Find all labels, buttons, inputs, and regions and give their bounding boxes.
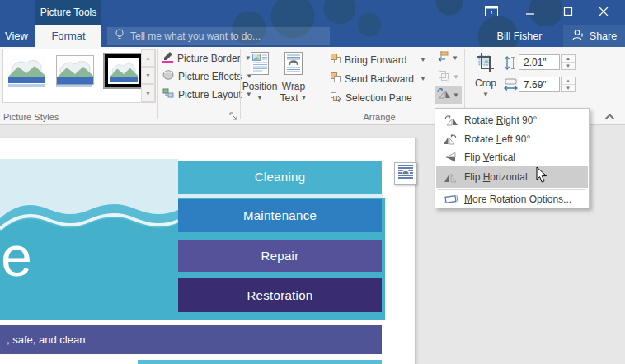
gallery-more-button[interactable]: ▼: [141, 84, 155, 102]
picture-layout-icon: [162, 88, 174, 101]
minimize-icon: [525, 5, 535, 20]
wrap-text-label-line2: Text▼: [280, 92, 308, 104]
wrap-text-label-line1: Wrap: [282, 81, 305, 92]
bring-forward-button[interactable]: Bring Forward ▼: [331, 53, 426, 67]
selection-pane-label: Selection Pane: [345, 92, 412, 104]
align-button[interactable]: ▼: [435, 50, 462, 67]
wrap-text-icon: [284, 52, 303, 77]
mouse-cursor: [536, 166, 548, 187]
bottom-strip: [138, 360, 382, 364]
tagline-text: , safe, and clean: [7, 334, 85, 346]
user-name[interactable]: Bill Fisher: [486, 27, 552, 44]
shape-width-value: 7.69": [524, 79, 547, 91]
picture-border-icon: [162, 52, 173, 66]
headline-letter: e: [1, 228, 32, 284]
scroll-up-icon: ▲: [145, 57, 151, 60]
bar-repair[interactable]: Repair: [178, 240, 382, 272]
ribbon-display-options-icon: [485, 5, 498, 20]
group-separator: [157, 49, 158, 119]
picture-styles-group-label: Picture Styles: [3, 112, 59, 122]
group-objects-button: ▼: [435, 69, 462, 86]
position-label: Position: [242, 81, 278, 92]
bring-forward-icon: [331, 54, 341, 66]
position-icon: [251, 52, 269, 77]
menu-item-rotate-left[interactable]: Rotate Left 90°: [436, 130, 588, 148]
picture-styles-dialog-launcher[interactable]: [229, 110, 238, 124]
crop-label: Crop: [475, 77, 496, 89]
close-icon: [599, 5, 609, 20]
menu-item-flip-horizontal[interactable]: Flip Horizontal: [436, 166, 588, 188]
spinner-down-icon: ▼: [562, 85, 575, 91]
share-button[interactable]: Share: [563, 25, 625, 47]
picture-effects-label: Picture Effects: [178, 71, 242, 82]
picture-border-label: Picture Border: [177, 53, 241, 64]
rotate-left-icon: [436, 133, 464, 146]
maximize-button[interactable]: [560, 5, 576, 20]
thumbnail-reflection: [8, 84, 45, 91]
shape-width-field[interactable]: 7.69": [519, 77, 560, 92]
dropdown-caret-icon: ▼: [453, 74, 459, 81]
shape-height-field[interactable]: 2.01": [519, 54, 560, 70]
tab-format[interactable]: Format: [35, 25, 101, 47]
scroll-down-icon: ▼: [145, 74, 151, 77]
wrap-text-button[interactable]: Wrap Text▼: [278, 49, 309, 120]
rotate-dropdown-menu: Rotate Right 90° Rotate Left 90° Flip Ve…: [435, 108, 590, 208]
shape-width-icon: [504, 78, 518, 95]
tab-view[interactable]: View: [0, 25, 33, 47]
position-button[interactable]: Position ▼: [243, 49, 276, 120]
picture-style-thumbnail-selected[interactable]: [103, 53, 144, 89]
tell-me-box[interactable]: Tell me what you want to do...: [107, 27, 330, 45]
send-backward-button[interactable]: Send Backward ▼: [331, 72, 426, 86]
lightbulb-icon: [115, 29, 125, 44]
rotate-button[interactable]: ▼: [435, 86, 462, 104]
share-person-icon: [571, 29, 585, 44]
close-button[interactable]: [595, 5, 612, 20]
crop-icon: [475, 52, 496, 76]
arrange-group-label: Arrange: [355, 112, 404, 122]
bar-maintenance[interactable]: Maintenance: [178, 199, 382, 232]
picture-style-thumbnail[interactable]: [56, 55, 94, 85]
rotate-right-icon: [436, 114, 464, 127]
menu-item-label: Flip Horizontal: [464, 171, 528, 183]
dropdown-caret-icon: ▼: [420, 76, 426, 82]
spinner-down-icon: ▼: [562, 63, 575, 69]
collapse-ribbon-button[interactable]: [602, 110, 617, 122]
picture-effects-icon: [162, 70, 174, 83]
ribbon-display-options-button[interactable]: [483, 5, 500, 20]
selection-pane-button[interactable]: Selection Pane: [331, 91, 426, 105]
minimize-button[interactable]: [522, 5, 538, 20]
rotate-icon: [437, 87, 450, 103]
menu-item-more-rotation-options[interactable]: More Rotation Options...: [436, 190, 588, 208]
more-rotation-options-icon: [436, 194, 464, 205]
bar-restoration[interactable]: Restoration: [178, 278, 382, 312]
word-window: Picture Tools View Format Tell me what y…: [0, 0, 625, 364]
menu-item-label: Rotate Right 90°: [464, 114, 537, 126]
menu-item-flip-vertical[interactable]: Flip Vertical: [436, 148, 588, 166]
spinner-up-icon: ▲: [562, 55, 575, 63]
layout-options-icon: [397, 164, 414, 184]
title-bar: Picture Tools View Format Tell me what y…: [0, 0, 625, 47]
dropdown-caret-icon: ▼: [452, 55, 458, 62]
picture-style-thumbnail[interactable]: [8, 55, 45, 83]
document-page[interactable]: e Cleaning Maintenance Repair Restoratio…: [0, 138, 416, 364]
shape-width-spinner[interactable]: ▲▼: [561, 77, 576, 92]
group-objects-icon: [437, 69, 450, 86]
gallery-scroll-up-button[interactable]: ▲: [141, 49, 155, 67]
menu-item-rotate-right[interactable]: Rotate Right 90°: [436, 110, 588, 130]
dropdown-caret-icon: ▼: [482, 91, 489, 98]
picture-styles-gallery: ▲ ▼ ▼: [2, 49, 156, 103]
shape-height-spinner[interactable]: ▲▼: [561, 54, 576, 70]
picture-layout-label: Picture Layout: [178, 89, 242, 100]
bar-cleaning[interactable]: Cleaning: [178, 161, 382, 194]
align-icon: [438, 51, 449, 66]
selection-pane-icon: [331, 91, 341, 105]
tagline-band[interactable]: , safe, and clean: [0, 325, 382, 354]
menu-item-label: Rotate Left 90°: [464, 133, 530, 145]
wave-graphic[interactable]: e: [0, 159, 178, 320]
bring-forward-label: Bring Forward: [345, 54, 406, 66]
layout-options-button[interactable]: [394, 162, 417, 185]
flip-horizontal-icon: [436, 172, 464, 183]
dropdown-caret-icon: ▼: [453, 92, 459, 99]
gallery-scroll-down-button[interactable]: ▼: [141, 67, 155, 84]
contextual-tab-header: Picture Tools: [35, 0, 101, 25]
